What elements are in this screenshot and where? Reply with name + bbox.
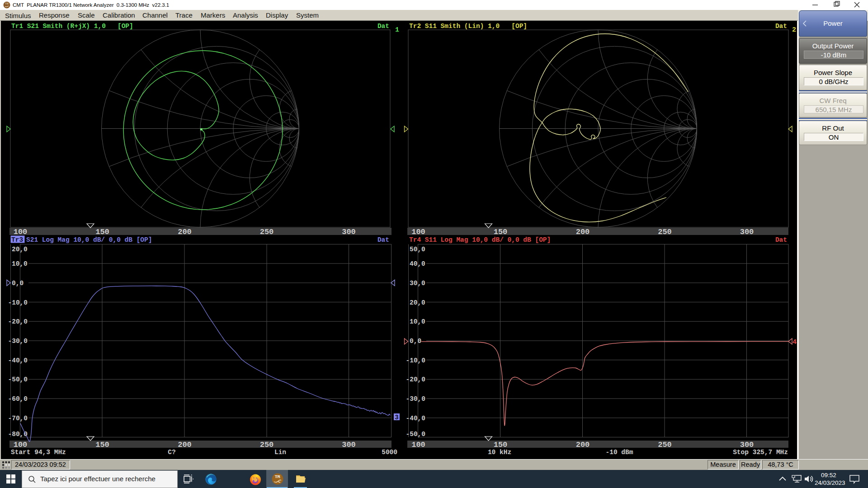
svg-text:5000: 5000 — [382, 449, 397, 456]
svg-text:-50,0: -50,0 — [406, 431, 426, 438]
svg-text:0,0: 0,0 — [12, 280, 24, 287]
svg-text:300: 300 — [740, 228, 754, 236]
svg-text:-50,0: -50,0 — [8, 376, 28, 383]
svg-text:50,0: 50,0 — [410, 246, 425, 253]
svg-text:10 kHz: 10 kHz — [488, 449, 511, 456]
svg-text:S21 Log Mag 10,0 dB/ 0,0 dB [O: S21 Log Mag 10,0 dB/ 0,0 dB [OP] — [26, 236, 152, 244]
svg-text:Dat: Dat — [377, 236, 389, 244]
svg-text:100: 100 — [411, 441, 425, 449]
svg-text:TR: TR — [275, 474, 280, 479]
svg-text:150: 150 — [494, 441, 508, 449]
svg-text:20,0: 20,0 — [12, 246, 28, 253]
svg-text:4: 4 — [793, 338, 797, 346]
svg-text:1: 1 — [395, 26, 399, 34]
svg-text:2: 2 — [792, 26, 796, 34]
svg-text:150: 150 — [95, 441, 109, 449]
svg-text:300: 300 — [342, 228, 356, 236]
svg-text:300: 300 — [342, 441, 356, 449]
svg-text:-30,0: -30,0 — [406, 395, 426, 403]
svg-text:-10 dBm: -10 dBm — [606, 449, 633, 456]
svg-text:-10,0: -10,0 — [8, 299, 28, 306]
svg-text:100: 100 — [14, 441, 28, 449]
svg-text:10,0: 10,0 — [12, 260, 28, 267]
svg-text:C?: C? — [168, 449, 175, 456]
svg-text:100: 100 — [411, 228, 425, 236]
svg-text:Stop 325,7 MHz: Stop 325,7 MHz — [733, 449, 788, 456]
svg-text:200: 200 — [178, 441, 192, 449]
svg-text:-70,0: -70,0 — [8, 415, 28, 422]
svg-text:Tr2 S11 Smith (Lin) 1,0 [OP]: Tr2 S11 Smith (Lin) 1,0 [OP] — [409, 23, 527, 30]
svg-text:3: 3 — [395, 414, 398, 421]
svg-text:Tr4 S11 Log Mag 10,0 dB/ 0,0 d: Tr4 S11 Log Mag 10,0 dB/ 0,0 dB [OP] — [409, 236, 551, 244]
svg-text:-80,0: -80,0 — [8, 431, 28, 438]
svg-text:-40,0: -40,0 — [8, 357, 28, 364]
svg-text:-20,0: -20,0 — [406, 376, 426, 383]
svg-text:200: 200 — [576, 441, 590, 449]
svg-text:-10,0: -10,0 — [406, 357, 426, 364]
svg-text:Tr1 S21 Smith (R+jX) 1,0 [OP: Tr1 S21 Smith (R+jX) 1,0 [OP] — [11, 23, 133, 30]
svg-text:-20,0: -20,0 — [8, 318, 28, 325]
svg-text:Start 94,3 MHz: Start 94,3 MHz — [11, 449, 66, 456]
svg-text:250: 250 — [260, 228, 274, 236]
svg-text:200: 200 — [178, 228, 192, 236]
svg-text:300: 300 — [740, 441, 754, 449]
svg-text:10,0: 10,0 — [410, 318, 425, 325]
svg-text:-30,0: -30,0 — [8, 338, 28, 345]
svg-text:Tr3: Tr3 — [11, 236, 23, 244]
svg-text:Dat: Dat — [377, 23, 389, 30]
svg-text:250: 250 — [658, 441, 672, 449]
svg-text:40,0: 40,0 — [410, 260, 425, 267]
svg-text:100: 100 — [14, 228, 28, 236]
svg-text:30,0: 30,0 — [410, 280, 425, 287]
svg-text:150: 150 — [494, 228, 508, 236]
svg-text:200: 200 — [576, 228, 590, 236]
svg-text:20,0: 20,0 — [410, 299, 425, 306]
svg-text:150: 150 — [95, 228, 109, 236]
svg-text:Dat: Dat — [775, 236, 787, 244]
svg-text:250: 250 — [658, 228, 672, 236]
svg-text:250: 250 — [260, 441, 274, 449]
svg-text:-60,0: -60,0 — [8, 395, 28, 403]
svg-text:Dat: Dat — [775, 23, 787, 30]
svg-text:0,0: 0,0 — [410, 338, 421, 345]
svg-text:Lin: Lin — [274, 449, 286, 456]
svg-text:-40,0: -40,0 — [406, 415, 426, 422]
